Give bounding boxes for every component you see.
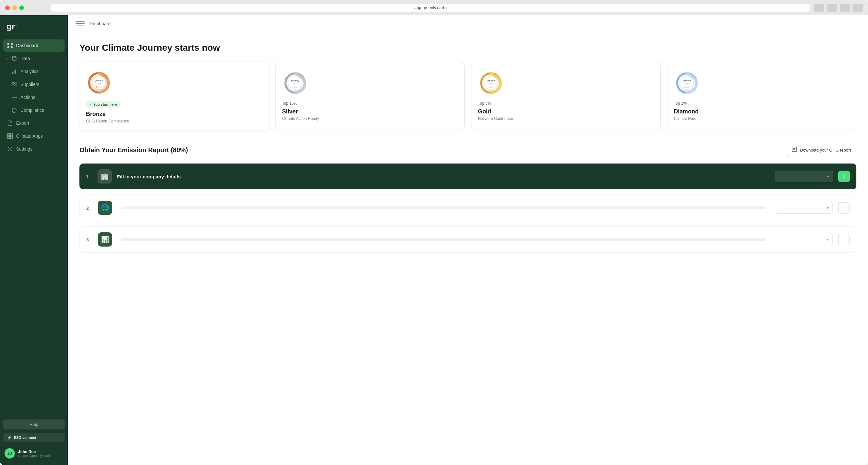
forward-button[interactable]: →	[39, 4, 47, 11]
browser-action-4[interactable]	[852, 4, 863, 11]
shield-icon	[11, 107, 17, 113]
breadcrumb: Dashboard	[89, 21, 111, 26]
sidebar-item-data[interactable]: › Data	[3, 52, 65, 65]
svg-text:Silver: Silver	[293, 86, 297, 88]
svg-point-14	[9, 148, 11, 150]
sidebar-item-analytics[interactable]: › Analytics	[3, 65, 65, 78]
top-bar: Dashboard	[68, 15, 868, 32]
browser-actions	[814, 4, 863, 11]
browser-action-1[interactable]	[814, 4, 824, 11]
logo-dot: •	[16, 24, 17, 27]
esg-icon: ⚡	[7, 435, 12, 440]
globe-icon: 🌐	[101, 204, 109, 212]
sidebar-item-label: Climate Apps	[16, 134, 42, 139]
step-icon-box: 🌐	[98, 201, 112, 215]
svg-rect-5	[12, 72, 13, 74]
step-3-dropdown[interactable]: ▾	[775, 234, 833, 245]
sidebar-item-climate-apps[interactable]: Climate Apps	[3, 130, 65, 142]
chevron-down-icon: ▾	[827, 205, 829, 210]
step-2-dropdown[interactable]: ▾	[775, 202, 833, 213]
sidebar-item-suppliers[interactable]: › Suppliers	[3, 78, 65, 90]
user-email: support@greenly.earth	[18, 454, 51, 458]
svg-text:2023: 2023	[293, 83, 298, 85]
download-ghg-report-button[interactable]: Download your GHG report	[786, 143, 857, 157]
close-button[interactable]	[5, 5, 10, 10]
sidebar-item-label: Analytics	[20, 69, 38, 74]
medal-gold: greenly 2023 Gold Top 5%	[478, 70, 504, 96]
svg-rect-13	[10, 136, 12, 139]
steps-container: 1 🏢 Fill in your company details ▾ ✓ 2	[80, 164, 857, 253]
tier-label: Bronze	[86, 111, 105, 118]
svg-point-8	[12, 82, 14, 84]
download-label: Download your GHG report	[800, 148, 851, 152]
back-button[interactable]: ←	[28, 4, 36, 11]
step-1-dropdown[interactable]: ▾	[775, 171, 833, 182]
journey-card-bronze: greenly 2023 Bronze Top 20% ✓ You start …	[80, 62, 269, 130]
help-button[interactable]: Help	[3, 419, 65, 430]
top-percent-label: Top 1%	[674, 101, 687, 106]
user-info: John Doe support@greenly.earth	[18, 449, 51, 458]
traffic-lights	[5, 5, 24, 10]
gear-icon	[7, 146, 13, 152]
main-content: Dashboard Your Climate Journey starts no…	[68, 15, 868, 465]
user-name: John Doe	[18, 449, 51, 454]
minimize-button[interactable]	[12, 5, 17, 10]
step-3-check	[838, 234, 849, 245]
sidebar-item-compliance[interactable]: › Compliance	[3, 104, 65, 116]
step-label-bar	[121, 238, 766, 241]
svg-text:greenly: greenly	[95, 79, 103, 82]
sidebar-item-label: Settings	[16, 146, 33, 151]
step-label-bar	[121, 206, 766, 209]
step-icon-box: 📊	[98, 232, 112, 246]
user-profile[interactable]: JD John Doe support@greenly.earth	[3, 446, 65, 461]
sidebar-item-export[interactable]: Export	[3, 117, 65, 129]
step-1-check: ✓	[838, 171, 850, 182]
svg-rect-2	[7, 46, 9, 48]
esg-connect-banner[interactable]: ⚡ ESG connect	[3, 433, 65, 442]
page-title: Your Climate Journey starts now	[80, 42, 857, 53]
svg-text:Diamond: Diamond	[683, 86, 690, 88]
svg-rect-0	[7, 43, 9, 45]
svg-text:2023: 2023	[489, 83, 493, 85]
browser-action-2[interactable]	[827, 4, 837, 11]
chevron-down-icon: ▾	[827, 174, 829, 179]
browser-action-3[interactable]	[840, 4, 850, 11]
journey-card-gold: greenly 2023 Gold Top 5% Top 5% Gold Net…	[471, 62, 661, 130]
emission-title: Obtain Your Emission Report (80%)	[80, 146, 188, 154]
step-number: 1	[86, 174, 92, 179]
sidebar-item-label: Data	[20, 56, 30, 61]
svg-text:greenly: greenly	[683, 80, 691, 82]
maximize-button[interactable]	[20, 5, 24, 10]
esg-label: ESG connect	[14, 436, 36, 439]
sidebar: gr• Dashboard ›	[0, 15, 68, 465]
nav-expand-icon: ›	[7, 96, 8, 99]
tier-label: Gold	[478, 108, 491, 115]
sidebar-item-dashboard[interactable]: Dashboard	[3, 39, 65, 52]
sidebar-item-actions[interactable]: › Actions	[3, 91, 65, 104]
sidebar-item-label: Export	[16, 120, 29, 126]
tier-label: Silver	[282, 108, 298, 115]
browser-chrome: ← → app.greenly.earth	[0, 0, 868, 15]
svg-text:2023: 2023	[685, 83, 689, 85]
svg-text:Top 20%: Top 20%	[96, 89, 101, 90]
address-bar[interactable]: app.greenly.earth	[51, 3, 810, 12]
sidebar-item-settings[interactable]: Settings	[3, 143, 65, 155]
sidebar-bottom: Help ⚡ ESG connect JD John Doe support@g…	[0, 415, 68, 465]
logo-text: gr•	[6, 22, 61, 32]
company-icon: 🏢	[101, 173, 109, 180]
database-icon	[11, 56, 17, 61]
sidebar-nav: Dashboard › Data › Ana	[0, 39, 68, 415]
top-percent-label: Top 5%	[478, 101, 491, 106]
check-icon: ✓	[89, 102, 92, 106]
svg-rect-7	[15, 69, 16, 74]
bar-chart-icon	[11, 68, 17, 74]
svg-text:Top 5%: Top 5%	[489, 89, 493, 91]
journey-card-diamond: greenly 2023 Diamond Top 1% Top 1% Diamo…	[667, 62, 857, 130]
top-percent-label: Top 15%	[282, 101, 298, 106]
tier-description: Climate Action Ready	[282, 116, 319, 121]
sidebar-toggle-button[interactable]	[75, 20, 85, 27]
tier-description: Climate Hero	[674, 116, 696, 121]
chart-icon: 📊	[101, 236, 109, 243]
svg-text:Bronze: Bronze	[96, 86, 101, 88]
chevron-down-icon: ▾	[827, 237, 829, 242]
